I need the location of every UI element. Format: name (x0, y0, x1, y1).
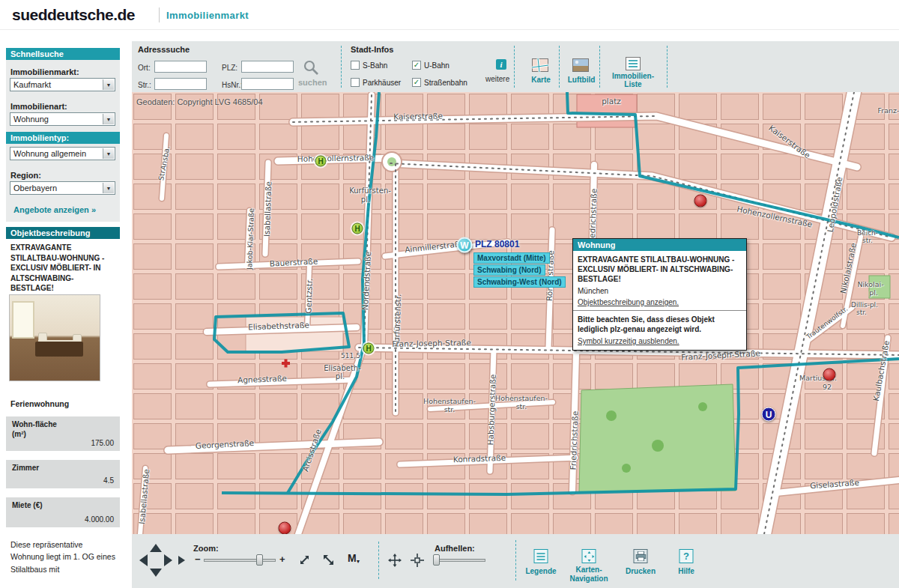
section-title: Immobilienmarkt (166, 10, 249, 21)
info-icon[interactable]: i (496, 59, 506, 70)
checkbox[interactable]: ✓ (412, 61, 421, 70)
object-description-header: Objektbeschreibung (6, 227, 120, 239)
subtype-select[interactable]: Wohnung allgemein ▼ (10, 147, 115, 160)
chevron-down-icon[interactable]: ▼ (103, 79, 114, 90)
header-divider (159, 7, 160, 22)
view-luftbild-button[interactable]: Luftbild (568, 76, 596, 84)
halt-marker[interactable]: H (315, 156, 327, 167)
object-description-text: Diese repräsentative Wohnung liegt im 1.… (10, 539, 117, 575)
halt-marker[interactable]: H (352, 223, 363, 234)
pan-down-button[interactable] (150, 569, 162, 577)
type-select[interactable]: Wohnung ▼ (10, 112, 115, 126)
map-view-icon[interactable] (532, 58, 548, 75)
center-tool-icon[interactable] (411, 554, 424, 570)
zoom-in-button[interactable]: + (279, 554, 285, 565)
toolbar-separator (514, 46, 515, 88)
play-button[interactable] (178, 556, 185, 565)
fact-value: 175.00 (91, 439, 114, 447)
pan-tool-icon[interactable] (388, 554, 402, 570)
chevron-down-icon[interactable]: ▼ (103, 183, 114, 193)
legend-icon[interactable] (534, 549, 548, 563)
tooltip-divider (573, 310, 746, 311)
measure-caret-icon[interactable]: ▾ (357, 558, 360, 565)
checkbox-label: Parkhäuser (363, 79, 401, 87)
layer-checkbox-strassenbahn[interactable]: ✓ Straßenbahn (412, 78, 467, 87)
pan-up-button[interactable] (150, 544, 162, 552)
aerial-view-icon[interactable] (572, 58, 589, 75)
pan-left-button[interactable] (139, 554, 148, 566)
show-offers-link[interactable]: Angebote anzeigen » (13, 205, 96, 214)
quick-search-title: Schnellsuche (10, 49, 64, 58)
ort-label: Ort: (138, 64, 151, 72)
zoom-out-button[interactable]: − (195, 554, 201, 565)
plz-input[interactable] (241, 61, 294, 73)
address-search-title: Adresssuche (138, 45, 190, 54)
checkbox-label: Straßenbahn (424, 79, 467, 87)
toolbar-separator (667, 46, 668, 88)
object-description-title: Objektbeschreibung (10, 228, 90, 237)
property-photo[interactable] (9, 294, 100, 381)
poi-marker[interactable] (694, 195, 707, 207)
layer-checkbox-parkhaeuser[interactable]: Parkhäuser (351, 78, 401, 87)
poi-marker[interactable] (279, 522, 291, 535)
full-extent-icon[interactable] (322, 554, 335, 569)
pan-right-button[interactable] (164, 554, 172, 566)
chevron-down-icon[interactable]: ▼ (103, 114, 114, 124)
type-label: Immobilienart: (10, 102, 67, 111)
map-navigation-button[interactable]: Karten-Navigation (567, 566, 611, 583)
checkbox[interactable] (351, 78, 360, 87)
object-panel: EXTRAVAGANTE STILALTBAU-WOHNUNG -EXCLUSI… (6, 239, 120, 588)
type-select-value: Wohnung (13, 115, 49, 124)
search-button[interactable]: suchen (298, 78, 327, 87)
poi-marker[interactable] (823, 369, 836, 381)
zoom-slider-track[interactable] (204, 559, 276, 562)
checkbox-label: U-Bahn (424, 61, 450, 70)
region-label: Region: (10, 171, 41, 180)
more-layers-button[interactable]: weitere (485, 75, 509, 83)
halt-marker[interactable]: H (363, 343, 375, 354)
toolbar-separator (599, 46, 600, 88)
quick-search-form: Immobilienmarkt: Kaufmarkt ▼ Immobiliena… (6, 60, 120, 222)
ort-input[interactable] (154, 61, 207, 73)
ubahn-marker[interactable]: U (762, 407, 776, 422)
map-viewport[interactable]: KaiserstraßeKaiserstraßeHohenzollernstra… (132, 92, 899, 534)
pan-pad[interactable] (139, 544, 172, 577)
subtype-label: Immobilientyp: (10, 133, 69, 142)
print-button[interactable]: Drucken (614, 567, 667, 576)
help-button[interactable]: Hilfe (660, 567, 712, 576)
zoom-slider-knob[interactable] (256, 554, 263, 566)
map-navigation-icon[interactable] (582, 549, 596, 563)
market-select[interactable]: Kaufmarkt ▼ (10, 78, 115, 91)
show-object-description-link[interactable]: Objektbeschreibung anzeigen. (578, 298, 742, 306)
property-tooltip: Wohnung EXTRAVAGANTE STILALTBAU-WOHNUNG … (572, 238, 747, 351)
measure-tool-button[interactable]: M (348, 552, 357, 564)
fact-row: Zimmer 4.5 (6, 460, 120, 488)
brighten-slider-knob[interactable] (433, 554, 440, 566)
brighten-label: Aufhellen: (435, 544, 475, 553)
layer-checkbox-sbahn[interactable]: S-Bahn (351, 61, 387, 70)
view-karte-button[interactable]: Karte (531, 76, 551, 84)
legend-button[interactable]: Legende (515, 567, 567, 576)
str-input[interactable] (154, 78, 207, 90)
site-logo[interactable]: sueddeutsche.de (12, 6, 135, 24)
checkbox[interactable]: ✓ (412, 78, 421, 87)
brighten-slider-track[interactable] (436, 559, 485, 562)
quick-search-header: Schnellsuche (6, 48, 120, 60)
region-select[interactable]: Oberbayern ▼ (10, 181, 115, 195)
zoom-box-icon[interactable] (298, 554, 311, 569)
chevron-down-icon[interactable]: ▼ (103, 148, 114, 159)
hide-symbol-link[interactable]: Symbol kurzzeitig ausblenden. (578, 337, 742, 345)
fact-value: 4.000.00 (85, 515, 114, 524)
view-immobilien-liste-button[interactable]: Immobilien-Liste (609, 72, 657, 88)
prop-marker[interactable]: W (457, 237, 473, 253)
checkbox[interactable] (351, 61, 360, 70)
layer-checkbox-ubahn[interactable]: ✓ U-Bahn (412, 61, 450, 70)
list-view-icon[interactable] (626, 57, 641, 73)
help-icon[interactable]: ? (679, 549, 694, 563)
search-icon[interactable] (303, 59, 319, 79)
district-pill: Maxvorstadt (Mitte) (473, 252, 550, 264)
print-icon[interactable] (634, 549, 648, 563)
toolbar-separator (378, 542, 379, 579)
region-select-value: Oberbayern (13, 184, 57, 193)
hsnr-input[interactable] (241, 78, 294, 90)
